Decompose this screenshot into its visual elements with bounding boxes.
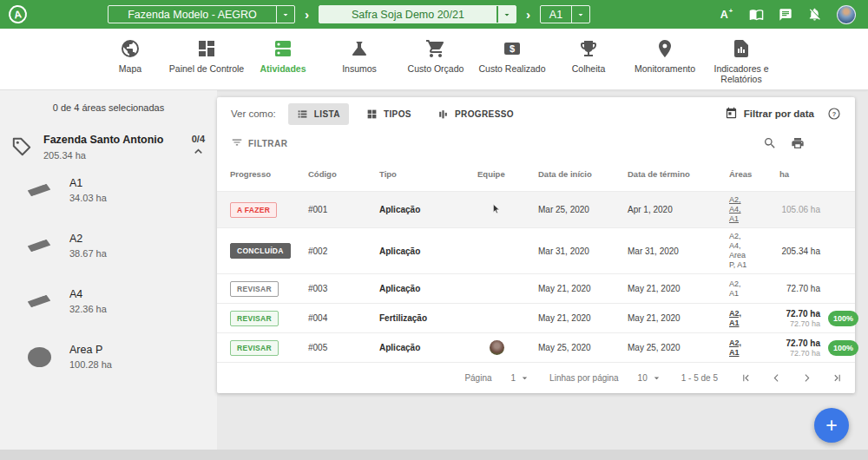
nav-item-label: Colheita bbox=[572, 63, 606, 74]
filter-icon bbox=[231, 136, 243, 150]
area-name: A1 bbox=[69, 177, 107, 189]
area-link[interactable]: A1 bbox=[729, 319, 779, 328]
breadcrumb-separator: › bbox=[526, 7, 530, 22]
nav-item-atividades[interactable]: Atividades bbox=[245, 29, 321, 89]
column-header-3[interactable]: Tipo bbox=[379, 169, 477, 179]
nav-item-painel-de-controle[interactable]: Painel de Controle bbox=[168, 29, 245, 89]
area-link[interactable]: A2, bbox=[729, 309, 779, 319]
ha-cell: 205.34 ha bbox=[779, 246, 820, 256]
chat-icon[interactable] bbox=[779, 8, 792, 22]
nav-item-indicadores-e-relatorios[interactable]: Indicadores e Relatórios bbox=[703, 29, 779, 89]
dashboard-icon bbox=[196, 38, 217, 59]
previous-page-button[interactable] bbox=[771, 372, 782, 384]
column-header-6[interactable]: Data de término bbox=[628, 169, 729, 179]
aegro-plus-icon[interactable]: A+ bbox=[717, 6, 734, 23]
column-header-2[interactable]: Código bbox=[308, 169, 379, 179]
table-row-002[interactable]: CONCLUÍDA#002AplicaçãoMar 31, 2020Mar 31… bbox=[217, 227, 855, 273]
range-label: 1 - 5 de 5 bbox=[681, 373, 718, 383]
chevron-down-icon bbox=[519, 372, 530, 384]
ha-cell: 72.70 ha bbox=[779, 284, 820, 293]
area-text: A1 bbox=[729, 289, 779, 299]
team-cell bbox=[477, 340, 538, 355]
user-avatar[interactable] bbox=[837, 5, 856, 24]
areas-cell: A2,A4,A1 bbox=[729, 195, 779, 224]
nav-item-label: Monitoramento bbox=[635, 63, 695, 74]
column-header-8[interactable]: ha bbox=[779, 169, 820, 179]
area-link[interactable]: A2, bbox=[729, 195, 779, 205]
ha-cell: 72.70 ha72.70 ha bbox=[779, 338, 820, 358]
nav-item-custo-orcado[interactable]: Custo Orçado bbox=[398, 29, 474, 89]
area-item-area-p[interactable]: Area P100.28 ha bbox=[26, 339, 217, 374]
activity-code: #003 bbox=[308, 284, 379, 293]
bell-off-icon[interactable] bbox=[807, 7, 822, 22]
nav-item-label: Custo Orçado bbox=[408, 63, 464, 74]
nav-item-custo-realizado[interactable]: $Custo Realizado bbox=[474, 29, 550, 89]
area-item-a2[interactable]: A238.67 ha bbox=[26, 228, 217, 263]
pagination: Página 1 Linhas por página 10 1 - 5 de 5 bbox=[217, 362, 855, 393]
aegro-logo-icon[interactable]: A bbox=[8, 4, 29, 25]
filter-button[interactable]: FILTRAR bbox=[231, 136, 288, 150]
view-button-lista[interactable]: LISTA bbox=[288, 103, 349, 125]
area-link[interactable]: A1 bbox=[729, 348, 779, 358]
column-header-7[interactable]: Áreas bbox=[729, 169, 779, 179]
content: 0 de 4 áreas selecionadas Fazenda Santo … bbox=[0, 90, 868, 450]
column-header-4[interactable]: Equipe bbox=[477, 169, 538, 179]
area-item-a4[interactable]: A432.36 ha bbox=[26, 284, 217, 319]
last-page-button[interactable] bbox=[832, 372, 843, 384]
nav-item-mapa[interactable]: Mapa bbox=[92, 29, 168, 89]
nav-item-insumos[interactable]: Insumos bbox=[321, 29, 398, 89]
ha-subvalue: 72.70 ha bbox=[779, 319, 820, 328]
view-button-tipos[interactable]: TIPOS bbox=[358, 103, 420, 125]
activity-code: #004 bbox=[308, 313, 379, 323]
view-button-progresso[interactable]: PROGRESSO bbox=[429, 103, 523, 125]
ha-value: 72.70 ha bbox=[779, 309, 820, 319]
table-row-001[interactable]: A FAZER#001AplicaçãoMar 25, 2020Apr 1, 2… bbox=[217, 191, 855, 227]
chevron-up-icon[interactable] bbox=[192, 145, 205, 160]
table-row-003[interactable]: REVISAR#003AplicaçãoMay 21, 2020May 21, … bbox=[217, 273, 855, 303]
field-selector[interactable]: A1 bbox=[540, 5, 590, 23]
area-link[interactable]: A2, bbox=[729, 338, 779, 348]
help-icon[interactable]: ? bbox=[827, 107, 841, 121]
nav-item-label: Insumos bbox=[342, 63, 377, 74]
search-icon[interactable] bbox=[763, 136, 777, 150]
nav-item-monitoramento[interactable]: Monitoramento bbox=[627, 29, 703, 89]
area-list: A134.03 haA238.67 haA432.36 haArea P100.… bbox=[0, 173, 217, 374]
area-link[interactable]: A1 bbox=[729, 214, 779, 224]
area-shape-icon bbox=[26, 347, 52, 367]
activity-code: #005 bbox=[308, 343, 379, 352]
view-toggle: LISTATIPOSPROGRESSO bbox=[288, 103, 531, 125]
next-page-button[interactable] bbox=[801, 372, 812, 384]
svg-text:A: A bbox=[720, 9, 728, 21]
progress-cell: 100% bbox=[820, 340, 858, 356]
farm-group-header[interactable]: Fazenda Santo Antonio 205.34 ha 0/4 bbox=[0, 134, 217, 161]
first-page-button[interactable] bbox=[740, 372, 752, 384]
areas-sidebar: 0 de 4 áreas selecionadas Fazenda Santo … bbox=[0, 90, 217, 450]
column-header-5[interactable]: Data de início bbox=[538, 169, 628, 179]
table-row-005[interactable]: REVISAR#005AplicaçãoMay 25, 2020May 25, … bbox=[217, 332, 855, 362]
list-view-icon bbox=[297, 108, 308, 120]
end-date: May 25, 2020 bbox=[628, 343, 729, 352]
area-link[interactable]: A4, bbox=[729, 205, 779, 214]
farm-selector[interactable]: Fazenda Modelo - AEGRO bbox=[108, 5, 295, 23]
calendar-icon bbox=[725, 107, 738, 122]
end-date: May 21, 2020 bbox=[628, 313, 729, 323]
ha-cell: 72.70 ha72.70 ha bbox=[779, 309, 820, 328]
page-select[interactable]: 1 bbox=[511, 372, 531, 384]
flask-icon bbox=[349, 38, 370, 59]
table-row-004[interactable]: REVISAR#004FertilizaçãoMay 21, 2020May 2… bbox=[217, 303, 855, 332]
status-badge: REVISAR bbox=[230, 340, 279, 356]
area-item-a1[interactable]: A134.03 ha bbox=[26, 173, 217, 207]
nav-item-colheita[interactable]: Colheita bbox=[550, 29, 627, 89]
print-icon[interactable] bbox=[791, 136, 805, 150]
rows-per-page-select[interactable]: 10 bbox=[638, 372, 662, 384]
status-badge: A FAZER bbox=[230, 202, 277, 218]
book-icon[interactable] bbox=[749, 7, 764, 22]
column-header-1[interactable]: Progresso bbox=[230, 169, 308, 179]
activities-icon bbox=[273, 38, 293, 59]
progress-cell: 100% bbox=[820, 311, 858, 326]
filter-by-date-button[interactable]: Filtrar por data bbox=[725, 107, 814, 122]
add-activity-fab[interactable]: + bbox=[814, 408, 849, 443]
area-ha: 100.28 ha bbox=[69, 359, 112, 370]
season-selector[interactable]: Safra Soja Demo 20/21 bbox=[319, 5, 516, 23]
activities-card: Ver como: LISTATIPOSPROGRESSO Filtrar po… bbox=[217, 97, 855, 393]
